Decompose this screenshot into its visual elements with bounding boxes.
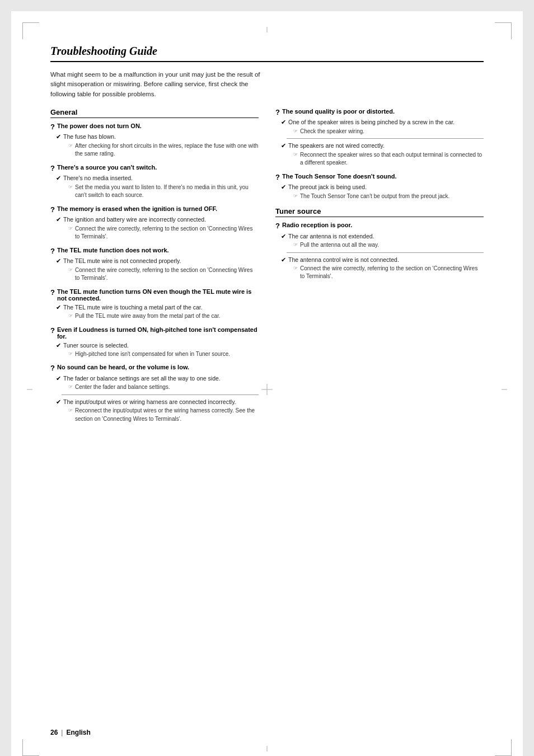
page-title: Troubleshooting Guide bbox=[50, 45, 484, 62]
two-column-layout: General ? The power does not turn ON. ✔ … bbox=[50, 108, 484, 429]
q-mark: ? bbox=[50, 326, 55, 335]
problem-tel-mute-on-question: ? The TEL mute function turns ON even th… bbox=[50, 288, 259, 302]
problem-no-sound: ? No sound can be heard, or the volume i… bbox=[50, 364, 259, 423]
check-icon: ✔ bbox=[281, 183, 286, 191]
crop-mark-tl bbox=[22, 22, 39, 39]
remedy-icon: ☞ bbox=[293, 192, 298, 200]
q-mark: ? bbox=[275, 173, 280, 182]
remedy-icon: ☞ bbox=[68, 225, 73, 233]
check-icon: ✔ bbox=[56, 174, 61, 182]
problem-sound-quality-question: ? The sound quality is poor or distorted… bbox=[275, 108, 484, 117]
problem-touch-sensor: ? The Touch Sensor Tone doesn't sound. ✔… bbox=[275, 173, 484, 200]
center-cross-v bbox=[267, 384, 268, 395]
problem-power: ? The power does not turn ON. ✔ The fuse… bbox=[50, 123, 259, 158]
q-mark: ? bbox=[50, 364, 55, 373]
right-column: ? The sound quality is poor or distorted… bbox=[275, 108, 484, 429]
problem-radio-reception: ? Radio reception is poor. ✔ The car ant… bbox=[275, 222, 484, 281]
reg-mark-right bbox=[502, 389, 507, 389]
page-content: Troubleshooting Guide What might seem to… bbox=[50, 45, 484, 429]
check-icon: ✔ bbox=[56, 303, 61, 312]
check-icon: ✔ bbox=[281, 232, 286, 241]
problem-loudness-question: ? Even if Loudness is turned ON, high-pi… bbox=[50, 326, 259, 340]
problem-no-sound-question: ? No sound can be heard, or the volume i… bbox=[50, 364, 259, 373]
check-icon: ✔ bbox=[56, 133, 61, 141]
q-mark: ? bbox=[50, 247, 55, 256]
divider bbox=[287, 252, 484, 253]
remedy-icon: ☞ bbox=[68, 142, 73, 150]
section-tuner-title: Tuner source bbox=[275, 207, 484, 217]
check-icon: ✔ bbox=[56, 374, 61, 383]
problem-loudness: ? Even if Loudness is turned ON, high-pi… bbox=[50, 326, 259, 359]
q-mark: ? bbox=[50, 205, 55, 214]
section-general-title: General bbox=[50, 108, 259, 118]
remedy-icon: ☞ bbox=[68, 407, 73, 415]
crop-mark-br bbox=[495, 739, 512, 756]
cause-fuse: ✔ The fuse has blown. ☞ After checking f… bbox=[56, 133, 259, 158]
intro-text: What might seem to be a malfunction in y… bbox=[50, 70, 263, 99]
problem-tel-mute-work-question: ? The TEL mute function does not work. bbox=[50, 247, 259, 256]
check-icon: ✔ bbox=[56, 257, 61, 265]
crop-mark-tr bbox=[495, 22, 512, 39]
q-mark: ? bbox=[50, 123, 55, 132]
remedy-icon: ☞ bbox=[68, 383, 73, 391]
problem-memory-question: ? The memory is erased when the ignition… bbox=[50, 205, 259, 214]
remedy-icon: ☞ bbox=[293, 241, 298, 249]
remedy-icon: ☞ bbox=[68, 350, 73, 358]
q-mark: ? bbox=[275, 108, 280, 117]
problem-tel-mute-work: ? The TEL mute function does not work. ✔… bbox=[50, 247, 259, 283]
reg-mark-bottom bbox=[267, 746, 268, 752]
check-icon: ✔ bbox=[281, 142, 286, 150]
check-icon: ✔ bbox=[281, 118, 286, 126]
problem-memory: ? The memory is erased when the ignition… bbox=[50, 205, 259, 241]
remedy-icon: ☞ bbox=[293, 128, 298, 135]
left-column: General ? The power does not turn ON. ✔ … bbox=[50, 108, 259, 429]
remedy-icon: ☞ bbox=[68, 266, 73, 274]
divider bbox=[62, 395, 259, 395]
reg-mark-left bbox=[27, 389, 32, 389]
q-mark: ? bbox=[50, 288, 55, 297]
crop-mark-bl bbox=[22, 739, 39, 756]
remedy-icon: ☞ bbox=[68, 312, 73, 320]
check-icon: ✔ bbox=[56, 215, 61, 224]
page-number: 26 bbox=[50, 729, 58, 736]
problem-tel-mute-on: ? The TEL mute function turns ON even th… bbox=[50, 288, 259, 321]
problem-touch-sensor-question: ? The Touch Sensor Tone doesn't sound. bbox=[275, 173, 484, 182]
problem-switch-question: ? There's a source you can't switch. bbox=[50, 164, 259, 173]
q-mark: ? bbox=[50, 164, 55, 173]
check-icon: ✔ bbox=[281, 256, 286, 264]
problem-power-question: ? The power does not turn ON. bbox=[50, 123, 259, 132]
language-label: English bbox=[66, 729, 90, 736]
remedy-icon: ☞ bbox=[293, 151, 298, 159]
q-mark: ? bbox=[275, 222, 280, 231]
page: Troubleshooting Guide What might seem to… bbox=[11, 11, 523, 756]
reg-mark-top bbox=[267, 27, 268, 32]
page-footer: 26|English bbox=[50, 729, 91, 736]
check-icon: ✔ bbox=[56, 341, 61, 350]
problem-sound-quality: ? The sound quality is poor or distorted… bbox=[275, 108, 484, 167]
check-icon: ✔ bbox=[56, 398, 61, 406]
problem-radio-reception-question: ? Radio reception is poor. bbox=[275, 222, 484, 231]
remedy-icon: ☞ bbox=[293, 265, 298, 273]
problem-switch: ? There's a source you can't switch. ✔ T… bbox=[50, 164, 259, 200]
footer-separator: | bbox=[61, 729, 63, 736]
divider bbox=[287, 138, 484, 139]
remedy-icon: ☞ bbox=[68, 184, 73, 191]
